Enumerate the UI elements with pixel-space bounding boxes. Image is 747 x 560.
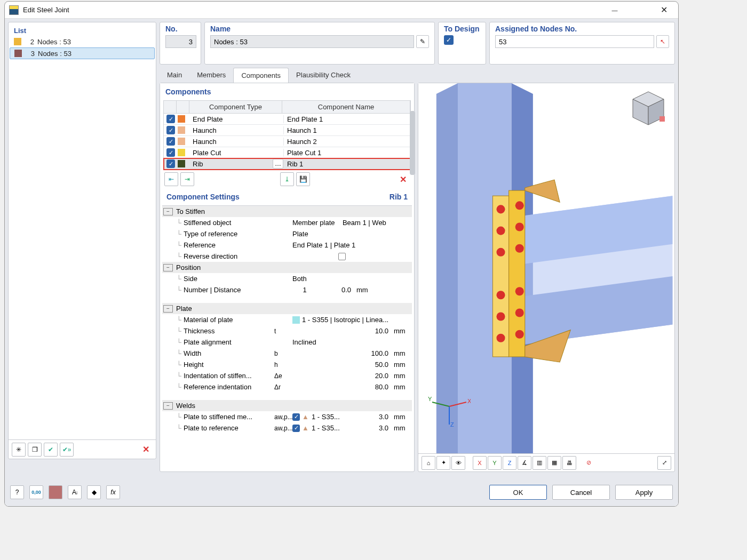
prop-unit: mm [392, 424, 412, 432]
prop-value[interactable]: 50.0 [360, 361, 392, 369]
tab-plausibility[interactable]: Plausibility Check [289, 68, 358, 83]
list-row[interactable]: 3 Nodes : 53 [10, 47, 155, 59]
scrollbar[interactable] [410, 111, 415, 175]
vt-expand-icon[interactable]: ⤢ [657, 456, 671, 470]
vt-y-icon[interactable]: Y [488, 456, 502, 470]
save-button[interactable]: 💾 [296, 172, 310, 186]
collapse-icon[interactable]: − [163, 402, 173, 410]
vt-z-icon[interactable]: Z [503, 456, 516, 470]
vt-axis-icon[interactable]: ✦ [436, 456, 450, 470]
vt-disable-icon[interactable]: ⊘ [582, 456, 595, 470]
svg-rect-7 [492, 196, 508, 357]
fx-button[interactable]: fx [106, 485, 120, 499]
maximize-button[interactable] [627, 2, 651, 18]
row-checkbox[interactable]: ✓ [166, 137, 175, 146]
tab-main[interactable]: Main [160, 68, 189, 83]
row-checkbox[interactable]: ✓ [166, 148, 175, 157]
vt-x-icon[interactable]: X [473, 456, 487, 470]
copy-button[interactable]: ❐ [28, 443, 42, 457]
settings-title: Component Settings [166, 193, 240, 201]
insert-after-button[interactable]: ⇥ [180, 172, 194, 186]
row-type: Haunch [190, 126, 283, 134]
no-input[interactable] [165, 35, 196, 48]
tabs: Main Members Components Plausibility Che… [160, 68, 675, 83]
cancel-button[interactable]: Cancel [552, 485, 610, 500]
insert-before-button[interactable]: ⇤ [164, 172, 178, 186]
collapse-icon[interactable]: − [163, 305, 173, 313]
axis-gizmo-icon: X Y Z [428, 385, 471, 428]
apply-button[interactable]: Apply [615, 485, 673, 500]
prop-label: Plate to reference [184, 424, 274, 432]
row-name: Haunch 2 [283, 138, 410, 146]
prop-dist[interactable]: 0.0 [322, 286, 354, 294]
collapse-icon[interactable]: − [163, 264, 173, 271]
close-button[interactable]: ✕ [651, 2, 676, 18]
delete-button[interactable]: ✕ [139, 443, 153, 457]
weld-check[interactable]: ✓ [292, 413, 300, 421]
vt-print-icon[interactable]: 🖶 [562, 456, 576, 470]
prop-value[interactable]: 3.0 [360, 413, 392, 421]
assigned-input[interactable] [495, 35, 654, 48]
units-button[interactable]: 0,00 [29, 485, 43, 499]
to-design-checkbox[interactable]: ✓ [444, 35, 454, 45]
tab-components[interactable]: Components [233, 68, 289, 83]
component-row[interactable]: ✓ End Plate End Plate 1 [164, 114, 410, 125]
prop-value[interactable]: 80.0 [360, 383, 392, 391]
edit-name-icon[interactable]: ✎ [416, 35, 429, 48]
prop-value[interactable]: Both [290, 275, 412, 283]
prop-value[interactable]: 1 - S355 | Isotropic | Linea... [290, 316, 412, 324]
prop-label: Width [184, 349, 274, 357]
prop-value[interactable]: Member plate [292, 219, 335, 227]
minimize-button[interactable]: — [602, 2, 627, 18]
row-checkbox[interactable]: ✓ [166, 126, 175, 134]
help-button[interactable]: ? [10, 485, 24, 499]
row-checkbox[interactable]: ✓ [166, 159, 175, 168]
tab-members[interactable]: Members [189, 68, 233, 83]
list-panel: List 2 Nodes : 53 3 Nodes : 53 ✳ ❐ [8, 22, 156, 459]
viewport-3d[interactable]: X Y Z [418, 83, 674, 453]
prop-value[interactable]: 20.0 [360, 372, 392, 380]
prop-label: Number | Distance [184, 286, 274, 294]
vt-view2-icon[interactable]: ▦ [547, 456, 561, 470]
prop-value[interactable]: 3.0 [360, 424, 392, 432]
prop-label: Reference indentation [184, 383, 274, 391]
component-row[interactable]: ✓ Rib … Rib 1 [164, 158, 410, 170]
prop-value[interactable]: 10.0 [360, 327, 392, 335]
component-row[interactable]: ✓ Haunch Haunch 1 [164, 125, 410, 136]
prop-value[interactable]: End Plate 1 | Plate 1 [290, 241, 412, 249]
delete-row-button[interactable]: ✕ [396, 172, 410, 186]
prop-symbol: t [274, 327, 290, 335]
pick-nodes-icon[interactable]: ↖ [656, 35, 669, 48]
component-row[interactable]: ✓ Haunch Haunch 2 [164, 136, 410, 147]
ok-button[interactable]: OK [489, 485, 547, 500]
vt-eye-icon[interactable]: 👁 [451, 456, 465, 470]
weld-check[interactable]: ✓ [292, 425, 300, 432]
name-input[interactable] [210, 35, 414, 48]
prop-mat[interactable]: 1 - S35... [309, 413, 360, 421]
row-checkbox[interactable]: ✓ [166, 115, 175, 123]
new-button[interactable]: ✳ [12, 443, 26, 457]
export-button[interactable]: ⤓ [280, 172, 294, 186]
view-cube-icon[interactable] [630, 90, 667, 127]
font-button[interactable]: Aᵢ [68, 485, 82, 499]
layer-button[interactable]: ◆ [87, 485, 101, 499]
prop-num[interactable]: 1 [290, 286, 322, 294]
weld-icon: ▲ [302, 413, 309, 421]
vt-reset-icon[interactable]: ⌂ [422, 456, 435, 470]
color-button[interactable] [49, 485, 62, 499]
row-options-icon[interactable]: … [273, 159, 283, 169]
reverse-checkbox[interactable] [338, 253, 346, 260]
list-row[interactable]: 2 Nodes : 53 [10, 36, 155, 47]
component-row[interactable]: ✓ Plate Cut Plate Cut 1 [164, 147, 410, 158]
prop-value[interactable]: Inclined [290, 338, 412, 346]
copy-check-button[interactable]: ✔» [60, 443, 74, 457]
svg-point-12 [496, 248, 505, 257]
vt-view1-icon[interactable]: ▥ [533, 456, 546, 470]
prop-mat[interactable]: 1 - S35... [309, 424, 360, 432]
prop-value[interactable]: Plate [290, 230, 412, 238]
prop-value[interactable]: 100.0 [360, 349, 392, 357]
list-label: Nodes : 53 [38, 50, 71, 58]
collapse-icon[interactable]: − [163, 208, 173, 215]
vt-iso-icon[interactable]: ∡ [518, 456, 531, 470]
check-all-button[interactable]: ✔ [44, 443, 58, 457]
